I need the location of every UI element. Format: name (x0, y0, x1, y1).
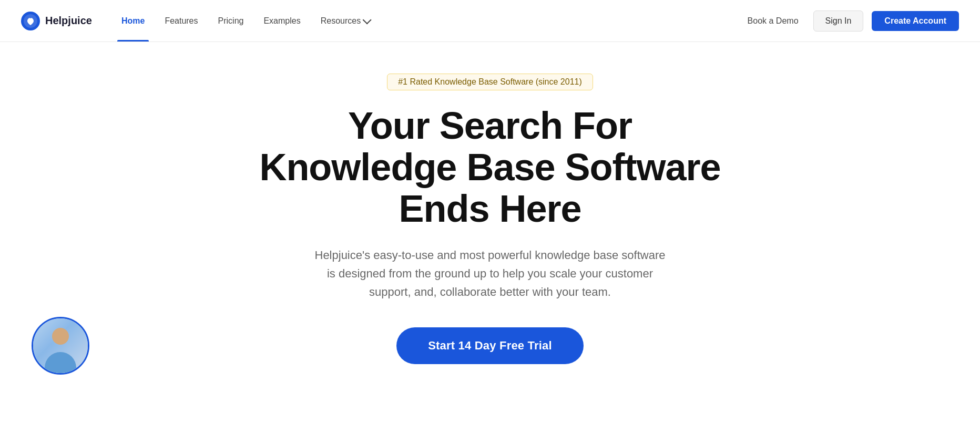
nav-right: Book a Demo Sign In Create Account (741, 11, 959, 32)
book-demo-link[interactable]: Book a Demo (741, 12, 805, 30)
nav-link-pricing[interactable]: Pricing (210, 12, 252, 30)
avatar-image (33, 318, 88, 373)
avatar-body (45, 352, 76, 373)
cta-button[interactable]: Start 14 Day Free Trial (396, 327, 584, 364)
logo-text: Helpjuice (45, 15, 92, 27)
nav-link-features[interactable]: Features (156, 12, 206, 30)
logo-link[interactable]: Helpjuice (21, 12, 92, 30)
nav-link-home[interactable]: Home (113, 12, 153, 30)
hero-subtitle: Helpjuice's easy-to-use and most powerfu… (311, 246, 669, 302)
helpjuice-logo-icon (21, 12, 40, 30)
chevron-down-icon (363, 15, 372, 24)
avatar (32, 317, 89, 375)
navbar: Helpjuice Home Features Pricing Examples… (0, 0, 980, 42)
nav-link-resources[interactable]: Resources (312, 12, 377, 30)
avatar-head (52, 328, 69, 345)
create-account-button[interactable]: Create Account (872, 11, 959, 31)
nav-link-examples[interactable]: Examples (255, 12, 309, 30)
rating-badge: #1 Rated Knowledge Base Software (since … (387, 74, 593, 90)
hero-section: #1 Rated Knowledge Base Software (since … (0, 42, 980, 406)
sign-in-button[interactable]: Sign In (813, 11, 864, 32)
nav-links: Home Features Pricing Examples Resources (113, 12, 741, 30)
hero-title: Your Search For Knowledge Base Software … (253, 105, 727, 230)
